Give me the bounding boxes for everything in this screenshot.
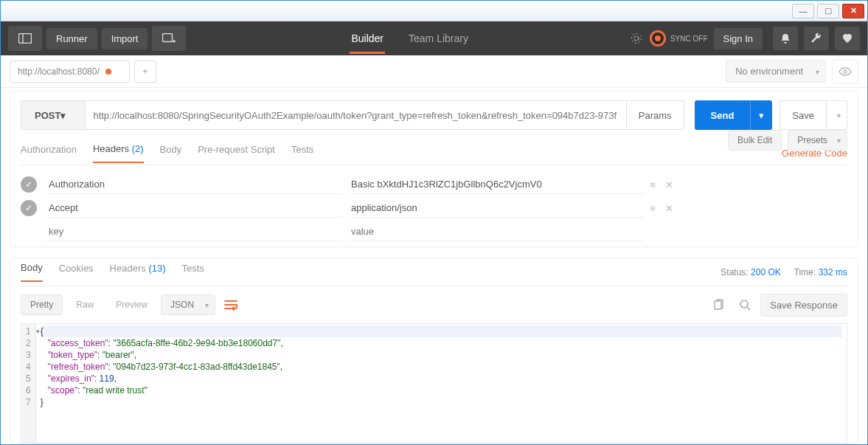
import-button[interactable]: Import [102, 28, 148, 49]
header-value[interactable]: application/json [350, 199, 645, 218]
header-row: ✓ Authorization Basic bXktdHJ1c3RlZC1jbG… [21, 173, 847, 196]
sign-in-button[interactable]: Sign In [714, 28, 763, 49]
resp-tab-tests[interactable]: Tests [182, 263, 204, 281]
header-key-input[interactable] [47, 222, 342, 241]
tab-headers[interactable]: Headers (2) [93, 143, 144, 163]
header-key[interactable]: Accept [47, 199, 342, 218]
send-dropdown[interactable]: ▾ [750, 100, 772, 130]
tab-tests[interactable]: Tests [291, 144, 313, 162]
headers-list: ✓ Authorization Basic bXktdHJ1c3RlZC1jbG… [21, 173, 847, 244]
resp-tab-body[interactable]: Body [21, 262, 43, 282]
notifications-button[interactable] [773, 27, 798, 50]
view-raw-button[interactable]: Raw [67, 295, 103, 314]
nav-builder-tab[interactable]: Builder [350, 24, 385, 54]
header-row-new [21, 220, 847, 244]
request-tabs: Authorization Headers (2) Body Pre-reque… [21, 142, 847, 165]
sidebar-toggle-button[interactable] [8, 26, 42, 51]
settings-button[interactable] [804, 27, 829, 50]
request-tab-bar: http://localhost:8080/ + No environment … [1, 55, 867, 88]
new-window-button[interactable] [152, 26, 186, 51]
heart-icon [841, 32, 853, 44]
favorite-button[interactable] [835, 27, 860, 50]
resp-tab-headers-count: (13) [148, 263, 165, 274]
fold-icon[interactable]: ▾ [36, 325, 40, 337]
nav-team-library-tab[interactable]: Team Library [407, 24, 470, 54]
resp-tab-headers-label: Headers [110, 263, 146, 274]
presets-button[interactable]: Presets ▾ [788, 130, 847, 151]
search-response-button[interactable] [734, 294, 756, 315]
chevron-down-icon: ▾ [60, 110, 66, 121]
sync-status[interactable]: SYNC OFF [650, 30, 708, 46]
interceptor-icon[interactable] [629, 31, 644, 46]
http-method-select[interactable]: POST ▾ [21, 100, 86, 130]
new-request-tab-button[interactable]: + [134, 61, 156, 83]
bell-icon [780, 32, 791, 44]
response-body-editor[interactable]: 1▾ 234567 { "access_token": "3665acfa-8f… [21, 323, 847, 444]
environment-label: No environment [735, 66, 803, 77]
view-pretty-button[interactable]: Pretty [21, 294, 63, 315]
window-close-button[interactable]: ✕ [842, 4, 864, 18]
resp-tab-cookies[interactable]: Cookies [59, 263, 94, 281]
header-delete-icon[interactable]: ✕ [661, 203, 677, 214]
chevron-down-icon: ▾ [816, 67, 819, 75]
app-toolbar: Runner Import Builder Team Library SYNC … [1, 21, 867, 55]
header-value-input[interactable] [350, 222, 645, 241]
window-minimize-button[interactable]: — [792, 4, 814, 18]
environment-preview-button[interactable] [832, 60, 858, 83]
svg-point-5 [634, 36, 639, 41]
wrench-icon [810, 32, 822, 44]
app-window: — ▢ ✕ Runner Import Builder Team Library [0, 0, 868, 445]
code-lines: { "access_token": "3665acfa-8ffe-46b2-9e… [36, 324, 847, 443]
tab-authorization[interactable]: Authorization [21, 144, 77, 162]
new-window-icon [162, 31, 176, 46]
environment-select[interactable]: No environment ▾ [726, 60, 826, 83]
svg-rect-0 [19, 34, 32, 44]
copy-response-button[interactable] [707, 294, 729, 315]
presets-label: Presets [797, 135, 827, 145]
search-icon [739, 299, 751, 311]
header-drag-icon[interactable]: ≡ [645, 179, 661, 190]
line-gutter: 1▾ 234567 [21, 324, 36, 443]
svg-point-7 [844, 70, 847, 73]
status-label: Status: [721, 267, 748, 277]
chevron-down-icon: ▾ [837, 111, 841, 120]
line-wrap-toggle[interactable] [220, 294, 242, 315]
sync-label: SYNC OFF [670, 35, 708, 43]
copy-icon [712, 299, 724, 311]
resp-tab-headers[interactable]: Headers (13) [110, 263, 166, 281]
format-label: JSON [170, 300, 194, 310]
header-delete-icon[interactable]: ✕ [661, 179, 677, 190]
window-maximize-button[interactable]: ▢ [817, 4, 839, 18]
request-tab[interactable]: http://localhost:8080/ [10, 61, 130, 83]
status-value: 200 OK [751, 267, 781, 277]
header-key[interactable]: Authorization [47, 175, 342, 194]
save-group: Save ▾ [780, 100, 847, 130]
view-preview-button[interactable]: Preview [107, 295, 156, 314]
http-method-label: POST [35, 110, 60, 121]
format-select[interactable]: JSON ▾ [161, 294, 215, 315]
save-response-button[interactable]: Save Response [760, 294, 847, 317]
svg-rect-11 [715, 301, 721, 309]
sidebar-icon [18, 31, 32, 46]
tab-body[interactable]: Body [160, 144, 182, 162]
svg-point-6 [631, 34, 641, 44]
save-dropdown[interactable]: ▾ [827, 100, 847, 130]
save-button[interactable]: Save [780, 100, 827, 130]
bulk-edit-button[interactable]: Bulk Edit [728, 130, 782, 151]
header-enable-toggle[interactable]: ✓ [21, 200, 37, 216]
chevron-down-icon: ▾ [837, 137, 841, 145]
request-panel: POST ▾ Params Send ▾ Save ▾ Authorizatio… [10, 91, 858, 247]
tab-headers-label: Headers [93, 143, 129, 154]
tab-prerequest[interactable]: Pre-request Script [198, 144, 275, 162]
header-enable-toggle[interactable]: ✓ [21, 176, 37, 193]
url-input[interactable] [86, 100, 626, 130]
sync-icon [650, 30, 666, 46]
header-value[interactable]: Basic bXktdHJ1c3RlZC1jbGllbnQ6c2VjcmV0 [350, 175, 645, 194]
header-tools: Bulk Edit Presets ▾ [728, 130, 847, 151]
runner-button[interactable]: Runner [46, 28, 97, 49]
send-button[interactable]: Send [695, 100, 751, 130]
header-drag-icon[interactable]: ≡ [645, 203, 661, 214]
unsaved-dot-icon [105, 69, 111, 75]
params-button[interactable]: Params [627, 100, 684, 130]
toolbar-right: SYNC OFF Sign In [629, 27, 860, 50]
